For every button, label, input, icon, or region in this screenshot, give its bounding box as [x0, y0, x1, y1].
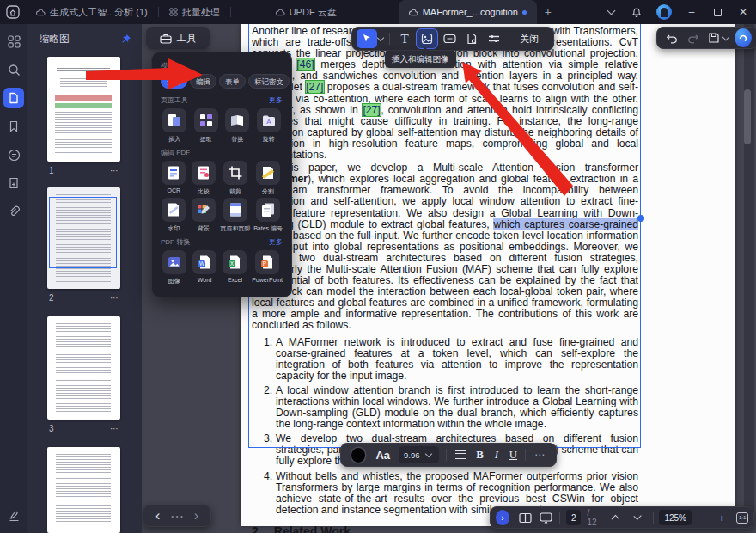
history-save-toolbar [656, 27, 756, 49]
zoom-in-button[interactable]: + [719, 512, 726, 524]
maximize-button[interactable] [704, 0, 730, 24]
thumbnail-page-4[interactable] [47, 447, 120, 533]
underline-button[interactable]: U [505, 448, 521, 462]
undo-button[interactable] [663, 28, 682, 47]
thumbnail-page-3[interactable]: 3⋯ [47, 316, 120, 433]
previous-page-button[interactable] [611, 515, 619, 524]
select-tool-dropdown[interactable] [377, 34, 384, 41]
tab-updf-cloud[interactable]: UPDF 云盘 [265, 0, 347, 24]
vertical-scrollbar[interactable] [744, 24, 754, 526]
image-tool-button[interactable] [417, 29, 437, 48]
mode-redact[interactable]: 标记密文 [248, 74, 290, 89]
tab-maformer-document[interactable]: MAFormer_...cognition [399, 0, 537, 24]
close-window-button[interactable]: ✕ [730, 0, 756, 24]
actual-size-button[interactable]: 1:1 [736, 512, 748, 524]
reading-view-button[interactable] [515, 508, 534, 527]
convert-to-word[interactable]: WWord [191, 250, 217, 285]
zoom-out-button[interactable]: − [700, 512, 707, 524]
tool-bates-numbering[interactable]: Bates 编号 [253, 198, 283, 233]
next-page-button[interactable] [634, 512, 643, 521]
home-button[interactable] [0, 0, 26, 24]
tool-insert-pages[interactable]: 插入 [161, 108, 189, 144]
link-tool-button[interactable] [439, 29, 460, 48]
text-tool-button[interactable]: T [394, 29, 415, 48]
font-color-swatch[interactable] [351, 448, 365, 463]
ai-icon [738, 33, 748, 43]
bookmarks-button[interactable] [3, 116, 24, 137]
attachment-tool-button[interactable] [461, 29, 482, 48]
tool-header-footer[interactable]: 页眉和页脚 [220, 198, 250, 233]
tool-compare[interactable]: 比较 [191, 161, 217, 196]
thumbnail-page-1[interactable]: 1⋯ [47, 57, 120, 175]
align-icon [454, 450, 466, 460]
user-avatar[interactable] [656, 4, 672, 20]
signature-stamp-button[interactable] [3, 505, 24, 526]
italic-button[interactable]: I [488, 448, 504, 462]
expand-toolbar-button[interactable]: › [496, 510, 509, 525]
properties-tool-button[interactable] [484, 29, 504, 48]
collapse-panel-button[interactable]: ‹ [155, 508, 160, 524]
scrollbar-thumb[interactable] [744, 89, 751, 144]
frame-resize-handle[interactable] [637, 215, 644, 222]
section-title: 编辑 PDF [161, 148, 190, 157]
thumb-green-highlight [55, 103, 112, 108]
tool-background[interactable]: 背景 [191, 198, 217, 233]
close-toolbar-button[interactable]: 关闭 [513, 30, 546, 48]
save-dropdown[interactable] [722, 34, 729, 40]
align-button[interactable] [451, 445, 471, 464]
font-family-button[interactable]: Aa [375, 449, 390, 462]
notifications-button[interactable] [624, 0, 649, 24]
thumbnail-menu-button[interactable]: ⋯ [110, 166, 119, 175]
mode-form[interactable]: 表单 [219, 74, 246, 89]
new-tab-button[interactable]: + [537, 0, 559, 24]
select-tool-button[interactable] [357, 29, 377, 48]
convert-to-powerpoint[interactable]: PPowerPoint [252, 250, 283, 285]
insert-image-tooltip: 插入和编辑图像 [385, 51, 456, 68]
thumbnail-menu-button[interactable]: ⋯ [110, 424, 119, 433]
redo-button[interactable] [684, 28, 703, 47]
font-size-select[interactable]: 9.96 [399, 446, 439, 463]
annotations-button[interactable] [3, 144, 24, 165]
tool-extract-pages[interactable]: 提取 [192, 108, 221, 144]
minimize-button[interactable]: – [679, 0, 704, 24]
rotate-pages-icon: A [257, 108, 281, 132]
convert-to-excel[interactable]: XExcel [222, 250, 248, 285]
thumbnail-menu-button[interactable]: ⋯ [110, 293, 119, 303]
expand-panel-button[interactable]: › [194, 508, 198, 524]
mode-edit[interactable]: 编辑 [190, 74, 216, 89]
more-link[interactable]: 更多 [269, 95, 283, 105]
tabs-dropdown-button[interactable] [598, 0, 624, 24]
more-format-button[interactable]: ⋯ [534, 449, 546, 461]
background-icon [192, 198, 216, 222]
apps-grid-button[interactable] [3, 31, 24, 52]
search-button[interactable] [3, 59, 24, 80]
tool-split[interactable]: 分割 [253, 161, 283, 196]
tool-ocr[interactable]: OCR [161, 161, 187, 196]
thumbnail-page-2[interactable]: 2⋯ [47, 187, 120, 303]
presentation-button[interactable] [536, 508, 555, 527]
tool-crop[interactable]: 裁剪 [220, 161, 250, 196]
bold-button[interactable]: B [472, 448, 488, 462]
tool-watermark[interactable]: 水印 [161, 198, 187, 233]
pin-icon[interactable] [120, 34, 131, 45]
attachments-page-button[interactable] [3, 173, 24, 193]
save-button[interactable] [704, 28, 723, 47]
panel-title: 缩略图 [40, 33, 70, 46]
ai-assistant-button[interactable] [735, 28, 752, 47]
page-number-input[interactable]: 2 [566, 510, 582, 525]
navigator-more-button[interactable]: ⋯ [170, 508, 184, 524]
plus-icon: + [545, 5, 552, 19]
tool-replace-pages[interactable]: 替换 [223, 108, 252, 144]
tab-batch-process[interactable]: 批量处理 [159, 0, 230, 24]
zoom-level-button[interactable]: 125% [659, 510, 692, 525]
more-link[interactable]: 更多 [269, 237, 283, 247]
tab-generative-ai[interactable]: 生成式人工智...分析 (1) [26, 0, 158, 24]
tool-rotate-pages[interactable]: A旋转 [255, 108, 284, 144]
paperclip-button[interactable] [3, 201, 24, 222]
thumb-red-highlight [55, 95, 112, 101]
thumbnails-panel-button[interactable] [3, 88, 24, 108]
tools-button[interactable]: 工具 [146, 27, 210, 49]
mode-view[interactable]: 查看 [161, 74, 187, 89]
toolbar-divider [446, 449, 447, 461]
convert-to-image[interactable]: 图像 [161, 250, 187, 285]
